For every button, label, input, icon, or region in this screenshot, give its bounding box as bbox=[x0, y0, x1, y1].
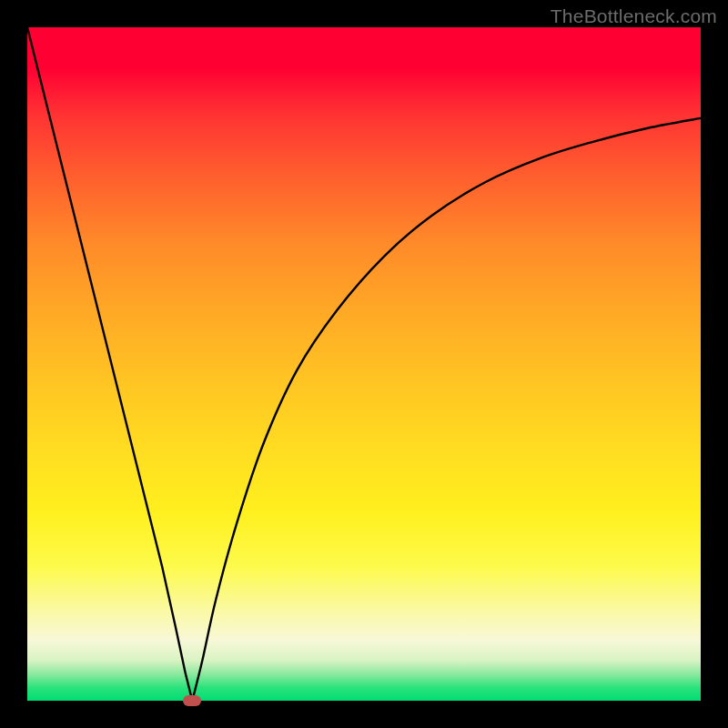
attribution-label: TheBottleneck.com bbox=[551, 5, 717, 27]
sweet-spot-marker bbox=[183, 695, 201, 706]
plot-area bbox=[27, 27, 701, 701]
curve-left-branch bbox=[27, 27, 192, 701]
curve-layer bbox=[27, 27, 701, 701]
curve-right-branch bbox=[192, 118, 701, 701]
chart-frame: TheBottleneck.com bbox=[0, 0, 728, 728]
